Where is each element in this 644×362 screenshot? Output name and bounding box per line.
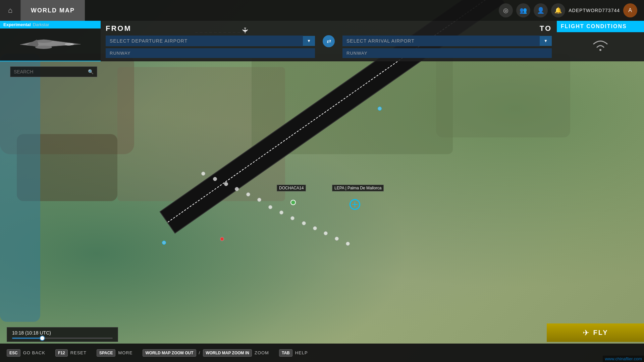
- profile-button[interactable]: 👤: [534, 3, 548, 17]
- user-avatar[interactable]: A: [623, 3, 637, 17]
- flight-conditions-content[interactable]: [557, 32, 644, 61]
- terrain-sea: [0, 54, 40, 322]
- shortcut-space: SPACE MORE: [97, 349, 132, 357]
- experimental-label: Experimental: [3, 22, 31, 27]
- label-more: MORE: [118, 350, 132, 355]
- terrain-fields2: [436, 54, 570, 137]
- runway-endpoint: [378, 107, 382, 111]
- aircraft-image-area[interactable]: [0, 28, 101, 61]
- departure-airport-row: SELECT DEPARTURE AIRPORT ▼: [106, 36, 315, 46]
- label-zoom: ZOOM: [255, 350, 269, 355]
- label-help: HELP: [295, 350, 308, 355]
- world-map-title: WORLD MAP: [21, 0, 85, 21]
- arrival-fields: SELECT ARRIVAL AIRPORT ▼ RUNWAY: [342, 36, 552, 58]
- shortcut-esc: ESC GO BACK: [7, 349, 45, 357]
- top-right-icons: ◎ 👥 👤 🔔 ADEPTWORD773744 A: [499, 3, 644, 17]
- runway-label-marker: DOCHACA14: [277, 184, 306, 191]
- shortcut-f12: F12 RESET: [55, 349, 87, 357]
- label-reset: RESET: [70, 350, 87, 355]
- fly-button[interactable]: ✈ FLY: [547, 323, 644, 342]
- runway-endpoint2: [162, 241, 166, 245]
- flight-panel: Experimental Darkstar FROM: [0, 21, 644, 61]
- time-slider-track[interactable]: [12, 338, 113, 339]
- from-section: FROM SELECT DEPARTURE AIRPORT ▼ RUNWAY: [101, 21, 320, 61]
- shortcut-tab: TAB HELP: [279, 349, 308, 357]
- user-info: ADEPTWORD773744 A: [569, 3, 637, 17]
- nav-dot: [213, 177, 217, 181]
- airport-label: LEPA | Palma De Mallorca: [332, 185, 384, 191]
- nav-dot: [313, 226, 317, 230]
- label-slash: /: [199, 350, 201, 355]
- aircraft-silhouette: [17, 33, 84, 56]
- key-zoom-in[interactable]: WORLD MAP ZOOM IN: [203, 349, 252, 357]
- svg-point-4: [70, 43, 74, 45]
- nav-dot: [346, 242, 350, 246]
- label-go-back: GO BACK: [23, 350, 45, 355]
- nav-dot: [235, 187, 239, 191]
- friends-button[interactable]: 👥: [516, 3, 530, 17]
- search-button[interactable]: 🔍: [85, 67, 97, 77]
- departure-runway-field[interactable]: RUNWAY: [106, 48, 315, 58]
- arrival-dropdown-arrow[interactable]: ▼: [540, 36, 552, 46]
- time-section: 10:18 (10:18 UTC): [7, 327, 118, 342]
- departure-placeholder: SELECT DEPARTURE AIRPORT: [110, 38, 187, 44]
- watermark-text: www.chinaflier.com: [605, 356, 642, 361]
- nav-dot: [290, 216, 294, 220]
- target-button[interactable]: ◎: [499, 3, 513, 17]
- top-bar: ⌂ WORLD MAP ◎ 👥 👤 🔔 ADEPTWORD773744 A: [0, 0, 644, 21]
- fly-icon: ✈: [583, 328, 589, 338]
- nav-dot: [302, 221, 306, 225]
- key-esc[interactable]: ESC: [7, 349, 20, 357]
- nav-dot: [324, 231, 328, 235]
- home-button[interactable]: ⌂: [0, 0, 21, 21]
- arrival-runway-field[interactable]: RUNWAY: [342, 48, 552, 58]
- route-plane-icon: ✈: [240, 27, 250, 34]
- runway-label: DOCHACA14: [277, 185, 306, 191]
- flight-conditions-header: FLIGHT CONDITIONS: [557, 21, 644, 32]
- runway-label-text: DOCHACA14: [279, 186, 304, 190]
- key-tab[interactable]: TAB: [279, 349, 292, 357]
- to-section: TO SELECT ARRIVAL AIRPORT ▼ RUNWAY: [337, 21, 557, 61]
- to-label: TO: [342, 24, 552, 33]
- key-zoom-out[interactable]: WORLD MAP ZOOM OUT: [143, 349, 196, 357]
- departure-dropdown-arrow[interactable]: ▼: [303, 36, 315, 46]
- shortcut-zoom-out: WORLD MAP ZOOM OUT / WORLD MAP ZOOM IN Z…: [143, 349, 269, 357]
- svg-point-5: [599, 49, 601, 51]
- time-display: 10:18 (10:18 UTC): [12, 330, 113, 336]
- search-box: 🔍: [10, 66, 97, 77]
- from-fields: SELECT DEPARTURE AIRPORT ▼ RUNWAY: [106, 36, 315, 58]
- fly-label: FLY: [593, 329, 608, 337]
- airport-code: LEPA: [334, 186, 344, 190]
- nav-dot: [224, 182, 228, 186]
- aircraft-card: Experimental Darkstar: [0, 21, 101, 61]
- time-slider-thumb[interactable]: [40, 336, 45, 341]
- arrival-airport-dropdown[interactable]: SELECT ARRIVAL AIRPORT: [342, 36, 540, 46]
- world-map-label: WORLD MAP: [31, 7, 75, 14]
- arrival-placeholder: SELECT ARRIVAL AIRPORT: [346, 38, 415, 44]
- target-icon[interactable]: [350, 199, 360, 210]
- swap-area: ⇄: [320, 21, 337, 61]
- nav-dot: [268, 205, 272, 209]
- time-slider-fill: [12, 338, 42, 339]
- airport-marker[interactable]: LEPA | Palma De Mallorca: [332, 184, 384, 191]
- nav-dot: [246, 192, 250, 196]
- aircraft-name-label: Darkstar: [33, 22, 49, 27]
- weather-icon: [590, 37, 610, 57]
- nav-dot: [201, 172, 205, 176]
- from-label: FROM: [106, 24, 315, 33]
- nav-dot-green: [290, 200, 296, 205]
- nav-dot: [279, 210, 283, 215]
- departure-airport-dropdown[interactable]: SELECT DEPARTURE AIRPORT: [106, 36, 303, 46]
- swap-airports-button[interactable]: ⇄: [323, 35, 335, 47]
- airport-name: Palma De Mallorca: [347, 186, 381, 190]
- search-input[interactable]: [10, 67, 85, 77]
- nav-dot: [335, 237, 339, 241]
- key-f12[interactable]: F12: [55, 349, 68, 357]
- nav-dot-red: [220, 237, 224, 241]
- arrival-airport-row: SELECT ARRIVAL AIRPORT ▼: [342, 36, 552, 46]
- bottom-bar: ESC GO BACK F12 RESET SPACE MORE WORLD M…: [0, 344, 644, 362]
- aircraft-label-bar: Experimental Darkstar: [0, 21, 101, 28]
- flight-conditions-section: FLIGHT CONDITIONS: [557, 21, 644, 61]
- notifications-button[interactable]: 🔔: [551, 3, 565, 17]
- key-space[interactable]: SPACE: [97, 349, 115, 357]
